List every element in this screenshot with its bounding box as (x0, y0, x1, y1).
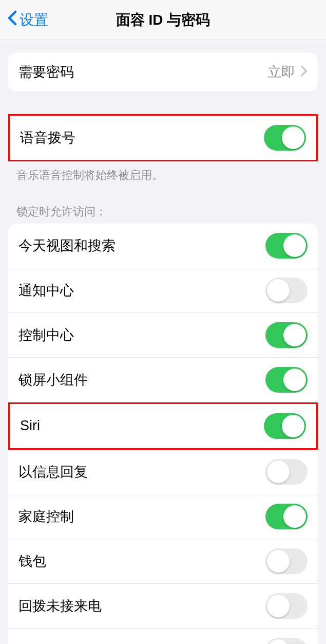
voice-dial-label: 语音拨号 (20, 128, 264, 147)
require-passcode-value: 立即 (267, 63, 295, 81)
voice-dial-row: 语音拨号 (10, 116, 316, 160)
today-view-label: 今天视图和搜索 (18, 236, 265, 255)
callback-row: 回拨未接来电 (8, 584, 318, 629)
navigation-bar: 设置 面容 ID 与密码 (0, 0, 326, 40)
lock-widgets-toggle[interactable] (265, 367, 308, 393)
voice-dial-group: 语音拨号 (8, 114, 318, 161)
require-passcode-group: 需要密码 立即 (8, 52, 318, 91)
notification-center-label: 通知中心 (18, 281, 265, 300)
lock-widgets-label: 锁屏小组件 (18, 371, 265, 389)
siri-toggle[interactable] (264, 413, 306, 439)
notification-center-toggle[interactable] (265, 278, 308, 303)
usb-accessories-row: USB配件 (8, 629, 318, 644)
chevron-right-icon (300, 64, 308, 80)
callback-label: 回拨未接来电 (18, 597, 265, 615)
usb-accessories-toggle[interactable] (265, 638, 308, 644)
siri-label: Siri (20, 418, 264, 434)
wallet-row: 钱包 (8, 539, 318, 584)
home-control-toggle[interactable] (265, 504, 308, 529)
control-center-label: 控制中心 (18, 326, 265, 344)
chevron-left-icon (7, 10, 17, 29)
require-passcode-row[interactable]: 需要密码 立即 (8, 52, 318, 91)
reply-message-label: 以信息回复 (18, 463, 265, 481)
voice-dial-toggle[interactable] (264, 125, 306, 151)
control-center-row: 控制中心 (8, 313, 318, 358)
wallet-label: 钱包 (18, 552, 265, 571)
reply-message-row: 以信息回复 (8, 450, 318, 494)
home-control-row: 家庭控制 (8, 494, 318, 539)
lock-widgets-row: 锁屏小组件 (8, 358, 318, 402)
usb-accessories-label: USB配件 (18, 641, 265, 644)
page-title: 面容 ID 与密码 (0, 10, 326, 30)
back-label: 设置 (20, 10, 48, 30)
voice-dial-footer: 音乐语音控制将始终被启用。 (0, 161, 326, 183)
allow-access-group: 今天视图和搜索 通知中心 控制中心 锁屏小组件 Siri 以信息回复 家庭控制 (8, 224, 318, 644)
callback-toggle[interactable] (265, 593, 308, 619)
home-control-label: 家庭控制 (18, 507, 265, 526)
today-view-row: 今天视图和搜索 (8, 224, 318, 268)
allow-access-header: 锁定时允许访问： (0, 204, 326, 224)
reply-message-toggle[interactable] (265, 459, 308, 485)
require-passcode-label: 需要密码 (18, 63, 267, 81)
wallet-toggle[interactable] (265, 548, 308, 574)
siri-row: Siri (8, 402, 318, 450)
notification-center-row: 通知中心 (8, 268, 318, 313)
back-button[interactable]: 设置 (0, 10, 48, 30)
today-view-toggle[interactable] (265, 233, 308, 259)
control-center-toggle[interactable] (265, 322, 308, 348)
